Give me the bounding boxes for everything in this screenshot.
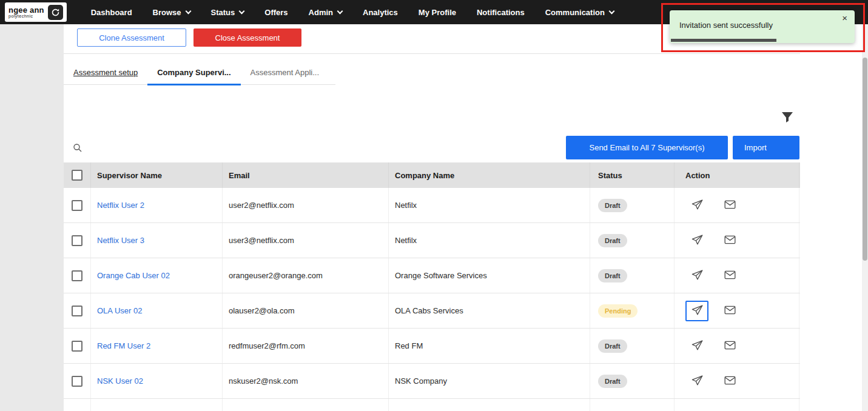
logo-line1: ngee ann: [8, 6, 44, 15]
section-divider: [64, 53, 800, 54]
vertical-scrollbar-thumb[interactable]: [863, 58, 867, 261]
filter-button[interactable]: [779, 109, 796, 126]
send-invite-button[interactable]: [685, 230, 708, 251]
toast-notification: Invitation sent successfully ×: [670, 10, 855, 43]
row-checkbox[interactable]: [72, 235, 82, 246]
supervisor-name-link[interactable]: Netflix User 2: [97, 201, 144, 210]
nav-my-profile[interactable]: My Profile: [419, 8, 456, 17]
page: ngee ann polytechnic Dashboard Browse St…: [0, 0, 868, 411]
nav-offers[interactable]: Offers: [264, 8, 288, 17]
email-button[interactable]: [718, 230, 741, 251]
supervisor-name-link[interactable]: NSK User 02: [97, 376, 143, 386]
search-button[interactable]: [70, 141, 85, 156]
select-all-checkbox[interactable]: [72, 170, 82, 181]
col-supervisor-name: Supervisor Name: [91, 162, 223, 188]
nav-item-label: Communication: [545, 8, 605, 17]
status-badge: Draft: [598, 234, 627, 247]
supervisor-name-link[interactable]: OLA User 02: [97, 306, 142, 315]
nav-browse[interactable]: Browse: [153, 8, 190, 17]
logo-line2: polytechnic: [8, 14, 44, 18]
mail-icon: [724, 269, 736, 283]
mail-icon: [724, 339, 736, 353]
email-button[interactable]: [718, 266, 741, 286]
chevron-down-icon: [608, 8, 614, 14]
row-checkbox[interactable]: [72, 341, 82, 352]
toast-message: Invitation sent successfully: [679, 21, 773, 30]
send-email-all-button[interactable]: Send Email to All 7 Supervisor(s): [566, 136, 728, 159]
nav-analytics[interactable]: Analytics: [363, 8, 398, 17]
mail-icon: [724, 374, 736, 389]
company-cell: NSK Company: [389, 364, 590, 398]
send-icon: [691, 339, 704, 353]
logo[interactable]: ngee ann polytechnic: [5, 2, 67, 22]
row-checkbox-cell: [64, 223, 91, 258]
nav-item-label: Browse: [153, 8, 181, 17]
toast-close-button[interactable]: ×: [842, 13, 847, 22]
status-badge: Pending: [598, 304, 638, 318]
mail-icon: [724, 304, 736, 318]
nav-item-label: Notifications: [477, 8, 525, 17]
tab-label: Assessment Appli...: [251, 68, 319, 77]
email-cell: user2@netflix.com: [223, 188, 389, 222]
tab-company-supervisors[interactable]: Company Supervi...: [147, 61, 240, 84]
nav-item-label: Status: [211, 8, 235, 17]
chevron-down-icon: [337, 8, 343, 14]
company-cell: Orange Software Services: [389, 258, 590, 293]
table-row: Orange Cab User 02 orangeuser2@orange.co…: [64, 258, 800, 293]
email-cell: olauser2@ola.com: [223, 293, 389, 328]
send-icon: [691, 269, 704, 283]
col-email: Email: [223, 162, 389, 188]
close-assessment-button[interactable]: Close Assessment: [193, 28, 301, 47]
company-cell: Red FM: [389, 329, 590, 363]
company-cell: Netfilx: [389, 223, 590, 258]
supervisor-name-link[interactable]: Orange Cab User 02: [97, 271, 170, 280]
supervisor-name-link[interactable]: Red FM User 2: [97, 341, 150, 350]
email-button[interactable]: [718, 195, 741, 216]
supervisor-name-link[interactable]: Netflix User 3: [97, 236, 144, 245]
table-row: Netflix User 2 user2@netflix.com Netfilx…: [64, 188, 800, 223]
status-badge: Draft: [598, 199, 627, 212]
email-button[interactable]: [718, 301, 741, 321]
send-invite-button[interactable]: [685, 266, 708, 286]
left-gutter: [0, 24, 64, 411]
send-invite-button[interactable]: [685, 301, 708, 321]
row-checkbox[interactable]: [72, 376, 82, 387]
col-company-name: Company Name: [389, 162, 590, 188]
tab-bar: Assessment setup Company Supervi... Asse…: [64, 61, 335, 85]
row-checkbox-cell: [64, 329, 91, 363]
email-button[interactable]: [718, 371, 741, 392]
row-checkbox[interactable]: [72, 270, 82, 281]
company-cell: OLA Cabs Services: [389, 293, 590, 328]
clone-assessment-button[interactable]: Clone Assessment: [77, 28, 186, 47]
nav-admin[interactable]: Admin: [309, 8, 342, 17]
table-row-partial: [64, 399, 800, 411]
nav-dashboard[interactable]: Dashboard: [91, 8, 132, 17]
nav-item-label: Offers: [264, 8, 288, 17]
send-invite-button[interactable]: [685, 336, 708, 356]
nav-notifications[interactable]: Notifications: [477, 8, 525, 17]
row-checkbox[interactable]: [72, 306, 82, 316]
email-button[interactable]: [718, 336, 741, 356]
send-invite-button[interactable]: [685, 195, 708, 216]
import-button[interactable]: Import: [733, 136, 799, 159]
table-body: Netflix User 2 user2@netflix.com Netfilx…: [64, 188, 800, 399]
nav-communication[interactable]: Communication: [545, 8, 614, 17]
email-cell: orangeuser2@orange.com: [223, 258, 389, 293]
tab-assessment-applicants[interactable]: Assessment Appli...: [241, 61, 329, 84]
send-invite-button[interactable]: [685, 371, 708, 392]
tab-label: Company Supervi...: [157, 68, 230, 77]
nav-item-label: My Profile: [419, 8, 456, 17]
tab-label: Assessment setup: [73, 68, 138, 77]
email-cell: redfmuser2@rfm.com: [223, 329, 389, 363]
col-action: Action: [675, 162, 799, 188]
send-icon: [691, 304, 704, 318]
nav-item-label: Admin: [309, 8, 333, 17]
mail-icon: [724, 198, 736, 213]
send-icon: [691, 233, 704, 248]
table-row: OLA User 02 olauser2@ola.com OLA Cabs Se…: [64, 293, 800, 329]
tab-assessment-setup[interactable]: Assessment setup: [64, 61, 147, 84]
filter-funnel-icon: [780, 117, 795, 126]
nav-status[interactable]: Status: [211, 8, 244, 17]
search-icon: [72, 146, 83, 155]
row-checkbox[interactable]: [72, 200, 82, 211]
